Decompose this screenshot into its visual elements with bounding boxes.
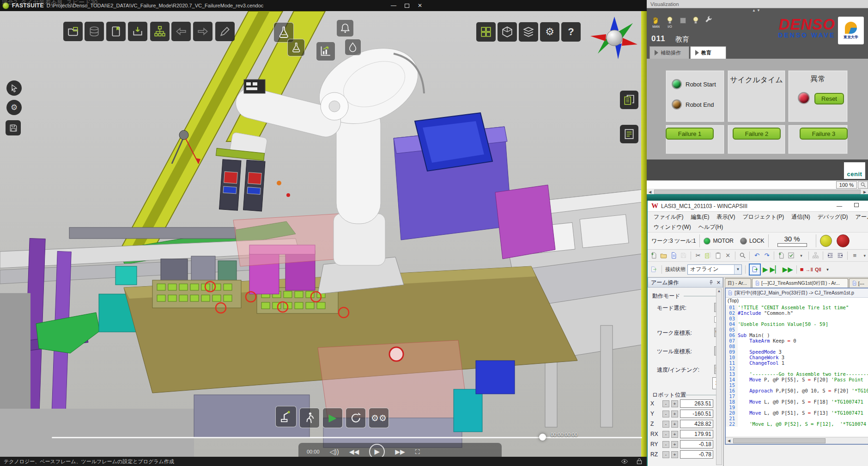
flask-overlay-button-2[interactable] <box>287 39 305 56</box>
editor-doc-title[interactable]: [実行中(待)]CJ_Main_Pro(33行目) -> CJ_TireAssm… <box>726 288 868 298</box>
help-button[interactable]: ? <box>561 22 581 42</box>
menu-item[interactable]: ヘルプ(H) <box>695 222 727 232</box>
list-button[interactable]: ≡ <box>850 251 859 260</box>
motor-label[interactable]: MOTOR <box>713 238 733 244</box>
menu-item[interactable]: デバッグ(D) <box>814 212 851 222</box>
delete-button[interactable]: ✕ <box>723 251 732 260</box>
code-area[interactable]: 01 '!TITLE "CENIT Assemble Tire 1st time… <box>726 305 868 436</box>
droplet-overlay-button[interactable] <box>345 39 361 55</box>
io-lamp-button[interactable]: I/O <box>665 16 674 28</box>
menu-item[interactable]: プロジェクト(P) <box>739 212 787 222</box>
step-out-button[interactable]: Q‖ <box>815 267 821 272</box>
toolbar-overflow-3[interactable]: ▾ <box>823 265 832 274</box>
viewport-settings-button[interactable]: ⚙ <box>6 100 22 115</box>
break-button[interactable]: →‖ <box>806 267 813 272</box>
bell-overlay-button[interactable] <box>336 19 354 37</box>
position-value-input[interactable]: 179.91 <box>680 430 713 438</box>
open-all-button[interactable] <box>669 251 678 260</box>
position-value-input[interactable]: 263.51 <box>680 399 713 408</box>
scroll-left-icon[interactable]: ◀ <box>726 439 732 443</box>
settings-button[interactable]: ⚙ <box>540 22 559 42</box>
lock-label[interactable]: LOCK <box>749 238 765 244</box>
save-view-button[interactable] <box>6 120 21 135</box>
database-button[interactable] <box>85 22 104 41</box>
close-icon[interactable]: ✕ <box>716 280 721 286</box>
scroll-left-icon[interactable]: ◀ <box>647 190 653 194</box>
copy-documents-button[interactable] <box>620 91 638 109</box>
zoom-button[interactable] <box>858 181 868 189</box>
tab-auxiliary[interactable]: 補助操作 <box>649 46 689 59</box>
walk-overlay-button[interactable] <box>299 408 320 428</box>
increment-button[interactable]: + <box>671 411 678 417</box>
failure-button[interactable]: Failure 1 <box>666 128 714 140</box>
report-button[interactable] <box>620 125 638 143</box>
increment-button[interactable]: + <box>671 451 678 458</box>
fullscreen-button[interactable]: ⛶ <box>415 448 420 456</box>
select-tool-button[interactable] <box>6 80 22 96</box>
increment-button[interactable]: + <box>671 431 678 438</box>
3d-view-button[interactable] <box>498 22 517 42</box>
failure-button[interactable]: Failure 3 <box>800 128 848 140</box>
tools-button[interactable] <box>704 16 713 25</box>
scroll-thumb[interactable] <box>654 190 861 194</box>
speed-indicator[interactable]: 30 % <box>772 235 812 247</box>
tree-copy-button[interactable] <box>812 251 820 260</box>
editor-tab-1[interactable]: 目) - Ar... <box>725 278 751 288</box>
zoom-level[interactable]: 100 % <box>836 181 857 189</box>
pin-icon[interactable] <box>708 280 714 285</box>
loop-overlay-button[interactable] <box>346 408 366 428</box>
stop-lamp-button[interactable] <box>680 18 686 24</box>
new-file-button[interactable] <box>649 251 658 260</box>
reset-button[interactable]: Reset <box>814 93 844 104</box>
maximize-button[interactable] <box>854 203 859 207</box>
layers-button[interactable] <box>519 22 538 42</box>
maximize-button[interactable] <box>405 4 409 8</box>
minimize-button[interactable]: — <box>391 2 396 9</box>
copy-button[interactable] <box>704 251 712 260</box>
indent-button[interactable] <box>826 251 834 260</box>
viewport-3d[interactable]: ⚙ ? ⚙ ▶ ⚙⚙ 00:0 <box>0 11 647 466</box>
previous-button[interactable]: ◀◀ <box>349 448 359 455</box>
lock-icon[interactable] <box>636 458 643 465</box>
visualization-header[interactable]: Visualization <box>647 0 868 8</box>
video-progress-knob[interactable] <box>539 434 546 441</box>
decrement-button[interactable]: - <box>662 421 669 428</box>
editor-tab-3[interactable]: [--- <box>849 278 868 288</box>
decrement-button[interactable]: - <box>662 451 669 458</box>
redo-button[interactable] <box>193 22 212 41</box>
panel-resize-handle[interactable]: ▲▼ <box>752 8 761 12</box>
editor-tab-2[interactable]: [---]CJ_TireAssmNG1st(0行目) - Ar... <box>752 278 848 288</box>
import-button[interactable] <box>128 22 147 41</box>
decrement-button[interactable]: - <box>662 411 669 417</box>
visualization-hscrollbar[interactable]: ◀ ▶ <box>647 189 868 194</box>
decrement-button[interactable]: - <box>662 431 669 438</box>
failure-button[interactable]: Failure 2 <box>733 128 781 140</box>
cut-button[interactable]: ✂ <box>694 251 702 260</box>
grid-view-button[interactable] <box>476 22 496 42</box>
panel-splitter[interactable] <box>647 194 868 201</box>
increment-button[interactable]: + <box>671 400 678 407</box>
scroll-right-icon[interactable]: ▶ <box>862 190 868 194</box>
position-value-input[interactable]: -0.18 <box>680 440 713 448</box>
edit-button[interactable] <box>215 22 235 41</box>
editor-hscrollbar[interactable]: ◀ <box>726 437 868 444</box>
run-button[interactable]: ▶ <box>763 265 768 274</box>
position-value-input[interactable]: 428.82 <box>680 420 713 428</box>
paste-button[interactable] <box>714 251 722 260</box>
position-value-input[interactable]: -160.51 <box>680 410 713 418</box>
decrement-button[interactable]: - <box>662 441 669 448</box>
undo-button[interactable]: ↶ <box>753 251 761 260</box>
menu-item[interactable]: 編集(E) <box>687 212 712 222</box>
increment-button[interactable]: + <box>671 441 678 448</box>
menu-item[interactable]: ウィンドウ(W) <box>650 222 694 232</box>
redo-button[interactable]: ↷ <box>763 251 771 260</box>
next-button[interactable]: ▶▶ <box>395 448 405 455</box>
volume-button[interactable]: ◁)) <box>330 448 339 455</box>
toolbar-overflow[interactable]: ▾ <box>797 251 805 260</box>
decrement-button[interactable]: - <box>662 400 669 407</box>
step-run-button[interactable]: ▶▶ <box>783 265 793 274</box>
find-button[interactable] <box>738 251 747 260</box>
robot-overlay-button[interactable] <box>275 406 297 427</box>
open-project-button[interactable] <box>63 22 83 41</box>
new-program-button[interactable] <box>777 251 785 260</box>
